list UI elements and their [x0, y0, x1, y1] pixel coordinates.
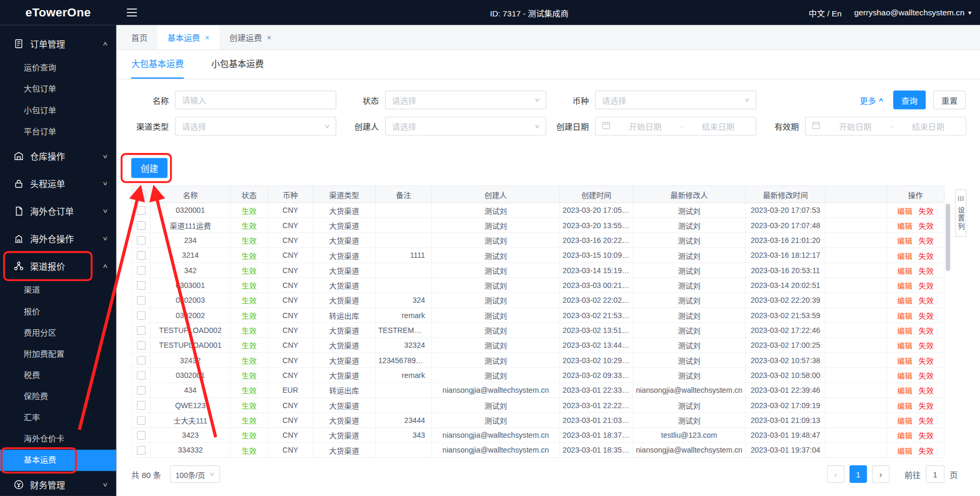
edit-link[interactable]: 编辑: [897, 357, 912, 366]
goto-page-input[interactable]: [926, 465, 945, 483]
edit-link[interactable]: 编辑: [897, 372, 912, 381]
invalidate-link[interactable]: 失效: [919, 327, 933, 336]
row-checkbox[interactable]: [137, 371, 146, 380]
sidebar-item-渠道[interactable]: 渠道: [0, 280, 116, 301]
edit-link[interactable]: 编辑: [897, 431, 912, 440]
edit-link[interactable]: 编辑: [897, 312, 912, 321]
invalidate-link[interactable]: 失效: [919, 341, 933, 350]
sidebar-group-order-management[interactable]: 订单管理∧: [0, 30, 116, 58]
reset-button[interactable]: 重置: [933, 91, 966, 109]
menu-fold-icon[interactable]: [126, 8, 137, 17]
row-checkbox[interactable]: [137, 401, 146, 410]
row-checkbox[interactable]: [137, 431, 146, 440]
edit-link[interactable]: 编辑: [897, 447, 912, 456]
subtab-大包基本运费[interactable]: 大包基本运费: [131, 50, 184, 78]
invalidate-link[interactable]: 失效: [919, 237, 933, 246]
next-page-button[interactable]: ›: [872, 465, 889, 483]
tab-首页[interactable]: 首页: [121, 25, 157, 49]
row-checkbox[interactable]: [137, 281, 146, 290]
edit-link[interactable]: 编辑: [897, 341, 912, 350]
edit-link[interactable]: 编辑: [897, 417, 912, 426]
sidebar-item-海外仓价卡[interactable]: 海外仓价卡: [0, 428, 116, 449]
language-switch[interactable]: 中文 / En: [809, 6, 842, 18]
edit-link[interactable]: 编辑: [897, 402, 912, 411]
row-checkbox[interactable]: [137, 416, 146, 425]
close-tab-icon[interactable]: ×: [205, 33, 209, 42]
edit-link[interactable]: 编辑: [897, 282, 912, 291]
invalidate-link[interactable]: 失效: [919, 417, 933, 426]
row-checkbox[interactable]: [137, 206, 146, 215]
row-checkbox[interactable]: [137, 236, 146, 245]
invalidate-link[interactable]: 失效: [919, 447, 933, 456]
sidebar-item-运价查询[interactable]: 运价查询: [0, 58, 116, 79]
edit-link[interactable]: 编辑: [897, 327, 912, 336]
sidebar-item-小包订单[interactable]: 小包订单: [0, 100, 116, 121]
invalidate-link[interactable]: 失效: [919, 386, 933, 395]
sidebar-item-大包订单[interactable]: 大包订单: [0, 79, 116, 100]
sidebar-item-汇率[interactable]: 汇率: [0, 407, 116, 428]
table-scrollbar[interactable]: [946, 202, 950, 457]
close-tab-icon[interactable]: ×: [267, 33, 271, 42]
create-button[interactable]: 创建: [131, 158, 167, 178]
tab-基本运费[interactable]: 基本运费×: [157, 25, 219, 49]
channel-type-select[interactable]: 请选择 ∨: [175, 117, 336, 136]
column-settings-handle[interactable]: 设置列: [955, 190, 966, 237]
name-input[interactable]: [175, 91, 336, 109]
row-checkbox[interactable]: [137, 311, 146, 320]
sidebar-group-overseas-warehouse-order[interactable]: 海外仓订单∨: [0, 197, 116, 225]
sidebar-group-channel-pricing[interactable]: 渠道报价∧: [0, 252, 116, 280]
currency-select[interactable]: 请选择 ∨: [595, 91, 756, 109]
tab-创建运费[interactable]: 创建运费×: [219, 25, 281, 49]
row-checkbox[interactable]: [137, 221, 146, 230]
create-date-range[interactable]: 开始日期 - 结束日期: [595, 117, 756, 136]
creator-select[interactable]: 请选择 ∨: [385, 117, 546, 136]
sidebar-group-warehouse-operations[interactable]: 仓库操作∨: [0, 142, 116, 170]
sidebar-item-税费[interactable]: 税费: [0, 365, 116, 386]
search-button[interactable]: 查询: [893, 91, 925, 109]
scrollbar-thumb[interactable]: [946, 204, 950, 271]
page-size-select[interactable]: 100条/页 ∨: [170, 465, 220, 483]
edit-link[interactable]: 编辑: [897, 222, 912, 231]
row-checkbox[interactable]: [137, 356, 146, 365]
status-select[interactable]: 请选择 ∨: [385, 91, 546, 109]
row-checkbox[interactable]: [137, 341, 146, 350]
invalidate-link[interactable]: 失效: [919, 357, 933, 366]
select-all-checkbox[interactable]: [137, 190, 146, 199]
sidebar-item-保险费[interactable]: 保险费: [0, 386, 116, 407]
invalidate-link[interactable]: 失效: [919, 402, 933, 411]
invalidate-link[interactable]: 失效: [919, 296, 933, 305]
more-toggle[interactable]: 更多 ∧: [860, 94, 883, 106]
row-checkbox[interactable]: [137, 446, 146, 455]
invalidate-link[interactable]: 失效: [919, 222, 933, 231]
invalidate-link[interactable]: 失效: [919, 312, 933, 321]
edit-link[interactable]: 编辑: [897, 386, 912, 395]
invalidate-link[interactable]: 失效: [919, 207, 933, 216]
invalidate-link[interactable]: 失效: [919, 252, 933, 261]
row-checkbox[interactable]: [137, 266, 146, 275]
row-checkbox[interactable]: [137, 386, 146, 395]
edit-link[interactable]: 编辑: [897, 207, 912, 216]
edit-link[interactable]: 编辑: [897, 237, 912, 246]
user-menu[interactable]: gerryshao@walltechsystem.cn ▾: [854, 8, 971, 17]
sidebar-item-费用分区[interactable]: 费用分区: [0, 322, 116, 344]
prev-page-button[interactable]: ‹: [827, 465, 844, 483]
row-checkbox[interactable]: [137, 296, 146, 305]
sidebar-item-平台订单[interactable]: 平台订单: [0, 121, 116, 142]
subtab-小包基本运费[interactable]: 小包基本运费: [211, 50, 264, 78]
sidebar-group-finance-management[interactable]: 财务管理∨: [0, 471, 116, 496]
current-page[interactable]: 1: [850, 465, 867, 483]
sidebar-item-报价[interactable]: 报价: [0, 301, 116, 322]
invalidate-link[interactable]: 失效: [919, 372, 933, 381]
invalidate-link[interactable]: 失效: [919, 282, 933, 291]
invalidate-link[interactable]: 失效: [919, 431, 933, 440]
invalidate-link[interactable]: 失效: [919, 267, 933, 276]
sidebar-group-overseas-warehouse-operations[interactable]: 海外仓操作∨: [0, 225, 116, 252]
row-checkbox[interactable]: [137, 326, 146, 335]
validity-date-range[interactable]: 开始日期 - 结束日期: [805, 117, 966, 136]
sidebar-group-first-leg-shipment[interactable]: 头程运单∨: [0, 170, 116, 197]
edit-link[interactable]: 编辑: [897, 267, 912, 276]
sidebar-item-基本运费[interactable]: 基本运费: [0, 450, 116, 471]
sidebar-item-附加费配置[interactable]: 附加费配置: [0, 344, 116, 365]
row-checkbox[interactable]: [137, 251, 146, 260]
edit-link[interactable]: 编辑: [897, 296, 912, 305]
